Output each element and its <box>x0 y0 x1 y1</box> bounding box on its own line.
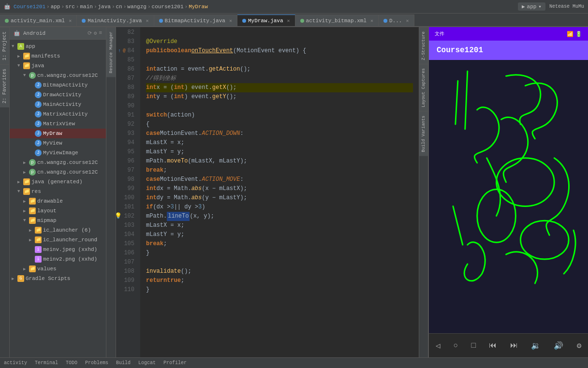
java-icon: J <box>35 130 42 137</box>
java-icon: J <box>35 82 42 88</box>
tab-mydraw[interactable]: MyDraw.java ✕ <box>237 15 295 26</box>
code-span: (dx > <box>153 203 170 212</box>
tree-item-ic-launcher-round[interactable]: ▶ 📁 ic_launcher_round <box>10 235 106 245</box>
tab-build[interactable]: Build <box>116 360 131 366</box>
next-button[interactable]: ⏭ <box>510 341 518 350</box>
code-content[interactable]: @Override public boolean onTouchEvent (M… <box>140 27 419 357</box>
tab-close[interactable]: ✕ <box>146 18 148 24</box>
annotation: @Override <box>146 37 177 46</box>
tab-favorites[interactable]: 2: Favorites <box>0 64 9 107</box>
arrow: ▶ <box>23 170 29 175</box>
tree-item-java-generated[interactable]: ▶ 📁 java (generated) <box>10 177 106 187</box>
tree-item-pkg1[interactable]: ▼ p cn.wangzg.course12C <box>10 71 106 80</box>
arrow: ▼ <box>17 63 23 68</box>
tree-item-myview[interactable]: J MyView <box>10 138 106 148</box>
config-icon[interactable]: ⚙ <box>94 30 97 36</box>
tree-item-ic-launcher[interactable]: ▶ 📁 ic_launcher (6) <box>10 225 106 235</box>
breadcrumb-cn[interactable]: cn <box>116 4 122 10</box>
tree-item-myviewimage[interactable]: J MyViewImage <box>10 148 106 158</box>
tab-project[interactable]: 1: Project <box>0 27 9 64</box>
sync-icon[interactable]: ⟳ <box>88 30 92 36</box>
prev-button[interactable]: ⏮ <box>489 341 497 350</box>
tree-item-mipmap[interactable]: ▼ 📁 mipmap <box>10 216 106 225</box>
vol-down[interactable]: 🔉 <box>531 341 541 351</box>
tab-dot <box>82 19 86 23</box>
tree-label: values <box>37 266 57 272</box>
breadcrumb-wangzg[interactable]: wangzg <box>127 4 147 10</box>
number: 3 <box>170 203 174 212</box>
tab-terminal[interactable]: Terminal <box>35 360 58 366</box>
tab-resource-manager[interactable]: Resource Manager <box>106 27 116 77</box>
run-config[interactable]: ▶ app ▾ <box>518 2 545 11</box>
tab-d[interactable]: D... ✕ <box>379 15 414 26</box>
code-scroll-area[interactable]: 82 83 ↑ @ 84 85 86 87 88 89 90 91 92 93 … <box>116 27 419 357</box>
code-line-102: mPath. lineTo (x, y); <box>146 212 413 221</box>
tab-activity-bitmap[interactable]: activity_bitmap.xml ✕ <box>295 15 379 26</box>
tab-mainactivity[interactable]: MainActivity.java ✕ <box>77 15 154 26</box>
tab-build-variants[interactable]: Build Variants <box>419 111 428 156</box>
breadcrumb-main[interactable]: main <box>80 4 92 10</box>
back-button[interactable]: ◁ <box>436 341 441 351</box>
tab-activity-main[interactable]: activity_main.xml ✕ <box>0 15 77 26</box>
tab-todo[interactable]: TODO <box>66 360 77 366</box>
tab-close[interactable]: ✕ <box>370 18 373 24</box>
tab-close[interactable]: ✕ <box>69 18 72 24</box>
code-span: (); <box>181 267 191 276</box>
home-button[interactable]: ○ <box>454 341 458 350</box>
code-line-95: mLastY = y; <box>146 147 413 157</box>
tree-item-bitmapactivity[interactable]: J BitmapActivity <box>10 80 106 90</box>
breadcrumb-mydraw[interactable]: MyDraw <box>189 4 208 10</box>
tree-item-values[interactable]: ▶ 📁 values <box>10 264 106 274</box>
tab-dot <box>300 19 304 23</box>
tab-problems[interactable]: Problems <box>85 360 108 366</box>
arrow: ▶ <box>23 199 29 204</box>
tree-item-drawable[interactable]: ▶ 📁 drawable <box>10 196 106 206</box>
line-86: 86 <box>120 65 136 74</box>
gear-icon[interactable]: ≡ <box>99 30 102 36</box>
tab-layout-captures[interactable]: Layout Captures <box>419 64 428 111</box>
breadcrumb-course1201[interactable]: course1201 <box>152 4 184 10</box>
recents-button[interactable]: □ <box>471 341 476 350</box>
tab-bitmapactivity[interactable]: BitmapActivity.java ✕ <box>154 15 237 26</box>
tree-item-gradle[interactable]: ▶ G Gradle Scripts <box>10 274 106 283</box>
tab-logcat[interactable]: Logcat <box>138 360 156 366</box>
tab-close[interactable]: ✕ <box>229 18 232 24</box>
tree-item-pkg3[interactable]: ▶ p cn.wangzg.course12C <box>10 167 106 177</box>
breadcrumb-java[interactable]: java <box>98 4 110 10</box>
tree-item-app[interactable]: ▼ A app <box>10 42 106 51</box>
tab-profiler[interactable]: Profiler <box>163 360 187 366</box>
pkg-icon: p <box>29 169 36 176</box>
tab-activity[interactable]: activity <box>4 360 27 366</box>
breadcrumb-course[interactable]: Course1201 <box>14 4 45 10</box>
breadcrumb-src[interactable]: src <box>65 4 75 10</box>
tree-item-mainactivity[interactable]: J MainActivity <box>10 100 106 109</box>
tree-item-drawactivity[interactable]: J DrawActivity <box>10 90 106 100</box>
tree-item-matrixview[interactable]: J MatrixView <box>10 119 106 129</box>
tab-dot <box>383 19 387 23</box>
tab-close[interactable]: ✕ <box>287 18 290 24</box>
line-105: 105 <box>120 239 136 249</box>
tree-item-mydraw[interactable]: J MyDraw ← <box>10 129 106 138</box>
code-span: mLastX = x; <box>146 221 184 230</box>
tab-z-structure[interactable]: Z-Structure <box>419 27 428 64</box>
tree-item-res[interactable]: ▼ 📁 res <box>10 187 106 196</box>
breadcrumb-app[interactable]: app <box>51 4 60 10</box>
tree-item-java[interactable]: ▼ 📁 java <box>10 61 106 71</box>
vol-up[interactable]: 🔊 <box>554 341 563 351</box>
folder-icon: 📁 <box>35 227 42 234</box>
phone-canvas[interactable] <box>429 60 588 333</box>
tree-item-manifests[interactable]: ▶ 📁 manifests <box>10 51 106 61</box>
status-icons: 📶 🔋 <box>567 31 582 37</box>
tree-item-meinv-jpeg[interactable]: i meinv.jpeg (xxhd) <box>10 245 106 254</box>
tree-item-meinv2-png[interactable]: i meinv2.png (xxhd) <box>10 254 106 264</box>
code-span: ; <box>181 276 184 285</box>
code-line-99: int dx = Math. abs (x − mLastX); <box>146 184 413 193</box>
tree-item-layout[interactable]: ▶ 📁 layout <box>10 206 106 216</box>
code-span: : <box>240 129 243 138</box>
keyword: if <box>146 203 153 212</box>
tree-item-pkg2[interactable]: ▶ p cn.wangzg.course12C <box>10 158 106 167</box>
tree-label: ic_launcher_round <box>43 237 97 243</box>
tab-close[interactable]: ✕ <box>406 18 409 24</box>
settings-btn[interactable]: ⚙ <box>577 341 582 351</box>
tree-item-matrixactivity[interactable]: J MatrixActivity <box>10 109 106 119</box>
